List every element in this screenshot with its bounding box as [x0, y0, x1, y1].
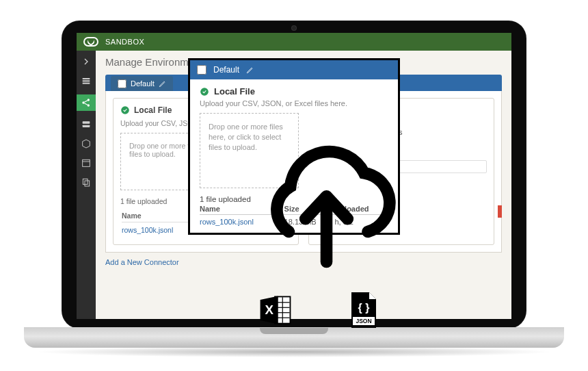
left-sidebar — [77, 51, 96, 319]
modal-section-header: Local File — [200, 86, 388, 97]
svg-rect-0 — [83, 78, 90, 79]
svg-rect-10 — [83, 179, 88, 184]
app-header: SANDBOX — [77, 33, 511, 51]
edit-icon[interactable] — [159, 80, 166, 88]
camera-dot — [292, 26, 296, 30]
chevron-right-icon[interactable] — [81, 56, 92, 67]
local-file-title: Local File — [134, 105, 172, 115]
modal-check-icon — [200, 87, 209, 97]
modal-title: Default — [213, 65, 239, 75]
share-nav-icon[interactable] — [77, 94, 96, 111]
modal-checkbox[interactable] — [197, 65, 206, 75]
svg-point-12 — [121, 106, 129, 114]
app-logo-icon — [83, 37, 98, 47]
modal-section-title: Local File — [214, 86, 255, 97]
svg-text:X: X — [265, 303, 273, 317]
modal-hint: Upload your CSV, JSON, or Excel files he… — [200, 99, 388, 107]
check-circle-icon — [120, 105, 130, 115]
add-connector-link[interactable]: Add a New Connector — [105, 258, 179, 266]
calendar-icon[interactable] — [81, 157, 92, 168]
svg-rect-6 — [83, 121, 90, 123]
svg-text:JSON: JSON — [356, 318, 371, 324]
svg-rect-1 — [83, 80, 90, 81]
svg-point-13 — [200, 88, 209, 96]
tab-label: Default — [131, 79, 155, 88]
modal-edit-icon[interactable] — [246, 66, 254, 74]
tab-default[interactable]: Default — [111, 76, 173, 91]
svg-rect-2 — [83, 83, 90, 84]
svg-rect-8 — [83, 159, 90, 166]
svg-rect-11 — [85, 181, 90, 186]
sandbox-title: SANDBOX — [105, 38, 144, 46]
svg-text:{ }: { } — [358, 302, 370, 314]
grid-icon[interactable] — [81, 75, 92, 86]
storage-icon[interactable] — [81, 119, 92, 130]
excel-file-icon: X — [256, 291, 295, 332]
red-indicator — [498, 205, 502, 218]
cube-icon[interactable] — [81, 138, 92, 149]
laptop-shadow — [34, 346, 554, 357]
tab-checkbox[interactable] — [118, 79, 126, 88]
json-file-icon: { } JSON — [349, 291, 379, 332]
svg-rect-7 — [83, 125, 90, 127]
copy-icon[interactable] — [81, 177, 92, 188]
cloud-upload-icon — [250, 130, 403, 281]
modal-header: Default — [190, 60, 398, 79]
